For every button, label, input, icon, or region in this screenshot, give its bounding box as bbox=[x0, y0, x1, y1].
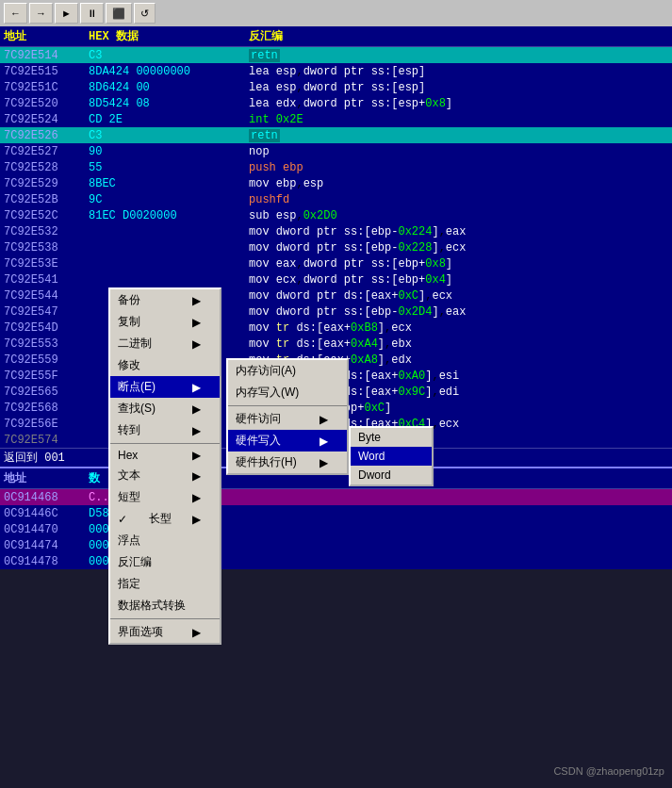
menu-item-search[interactable]: 查找(S)▶ bbox=[110, 398, 220, 419]
menu-item-binary[interactable]: 二进制▶ bbox=[110, 333, 220, 354]
menu-separator-2 bbox=[110, 618, 220, 619]
watermark: CSDN @zhaopeng01zp bbox=[553, 765, 664, 777]
menu-item-modify[interactable]: 修改 bbox=[110, 354, 220, 376]
submenu-breakpoint: 内存访问(A) 内存写入(W) 硬件访问▶ 硬件写入▶ 硬件执行(H)▶ bbox=[226, 358, 349, 475]
menu-item-data-format[interactable]: 数据格式转换 bbox=[110, 595, 220, 616]
menu-item-copy[interactable]: 复制▶ bbox=[110, 311, 220, 333]
submenu-item-mem-write[interactable]: 内存写入(W) bbox=[228, 382, 347, 403]
menu-item-hex[interactable]: Hex▶ bbox=[110, 446, 220, 465]
menu-item-disasm[interactable]: 反汇编 bbox=[110, 551, 220, 573]
hw-write-byte[interactable]: Byte bbox=[351, 428, 432, 447]
main-context-menu: 备份▶ 复制▶ 二进制▶ 修改 断点(E)▶ 查找(S)▶ 转到▶ Hex▶ 文… bbox=[108, 287, 221, 645]
menu-separator-1 bbox=[110, 443, 220, 444]
menu-item-specify[interactable]: 指定 bbox=[110, 573, 220, 595]
menu-item-text[interactable]: 文本▶ bbox=[110, 465, 220, 486]
submenu-item-hw-access[interactable]: 硬件访问▶ bbox=[228, 408, 347, 430]
submenu-item-hw-exec[interactable]: 硬件执行(H)▶ bbox=[228, 451, 347, 473]
submenu-sep-1 bbox=[228, 405, 347, 406]
context-menu-overlay: 备份▶ 复制▶ 二进制▶ 修改 断点(E)▶ 查找(S)▶ 转到▶ Hex▶ 文… bbox=[0, 0, 672, 788]
menu-item-long[interactable]: ✓长型▶ bbox=[110, 508, 220, 530]
menu-item-backup[interactable]: 备份▶ bbox=[110, 289, 220, 311]
menu-item-float[interactable]: 浮点 bbox=[110, 530, 220, 551]
menu-item-ui-options[interactable]: 界面选项▶ bbox=[110, 621, 220, 643]
menu-item-short[interactable]: 短型▶ bbox=[110, 486, 220, 508]
hw-write-submenu: Byte Word Dword bbox=[349, 426, 434, 486]
hw-write-dword[interactable]: Dword bbox=[351, 466, 432, 484]
menu-item-breakpoint[interactable]: 断点(E)▶ bbox=[110, 376, 220, 398]
submenu-item-hw-write[interactable]: 硬件写入▶ bbox=[228, 430, 347, 451]
hw-write-word[interactable]: Word bbox=[351, 447, 432, 466]
submenu-item-mem-access[interactable]: 内存访问(A) bbox=[228, 360, 347, 382]
menu-item-goto[interactable]: 转到▶ bbox=[110, 419, 220, 441]
breakpoint-submenu: 内存访问(A) 内存写入(W) 硬件访问▶ 硬件写入▶ 硬件执行(H)▶ Byt… bbox=[226, 358, 349, 475]
